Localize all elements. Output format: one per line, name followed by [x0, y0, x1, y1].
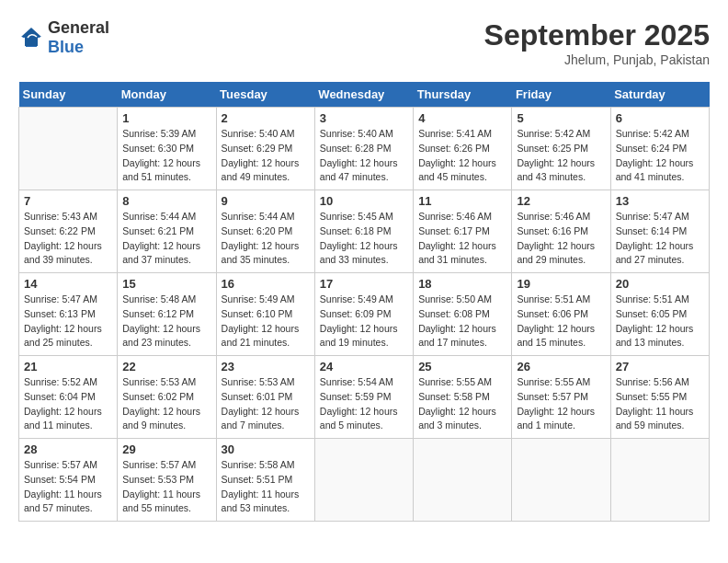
day-number: 29	[122, 442, 210, 456]
calendar-cell: 28Sunrise: 5:57 AMSunset: 5:54 PMDayligh…	[19, 439, 118, 522]
calendar-cell: 5Sunrise: 5:42 AMSunset: 6:25 PMDaylight…	[512, 108, 610, 190]
column-header-thursday: Thursday	[414, 82, 512, 108]
column-header-wednesday: Wednesday	[314, 82, 413, 108]
day-number: 2	[222, 111, 310, 125]
calendar-cell: 3Sunrise: 5:40 AMSunset: 6:28 PMDaylight…	[314, 108, 413, 190]
day-info: Sunrise: 5:54 AMSunset: 5:59 PMDaylight:…	[320, 375, 408, 433]
day-number: 20	[616, 277, 704, 291]
day-number: 13	[616, 194, 704, 208]
calendar-cell: 24Sunrise: 5:54 AMSunset: 5:59 PMDayligh…	[314, 356, 413, 439]
day-number: 9	[222, 194, 310, 208]
calendar-cell	[314, 439, 413, 522]
week-row-3: 14Sunrise: 5:47 AMSunset: 6:13 PMDayligh…	[19, 273, 710, 356]
day-number: 14	[24, 277, 112, 291]
day-info: Sunrise: 5:43 AMSunset: 6:22 PMDaylight:…	[24, 210, 112, 268]
day-info: Sunrise: 5:56 AMSunset: 5:55 PMDaylight:…	[616, 375, 704, 433]
calendar-cell	[414, 439, 512, 522]
calendar-cell: 21Sunrise: 5:52 AMSunset: 6:04 PMDayligh…	[19, 356, 118, 439]
calendar-cell: 20Sunrise: 5:51 AMSunset: 6:05 PMDayligh…	[610, 273, 709, 356]
day-number: 19	[517, 277, 605, 291]
calendar-cell: 23Sunrise: 5:53 AMSunset: 6:01 PMDayligh…	[216, 356, 314, 439]
day-info: Sunrise: 5:55 AMSunset: 5:57 PMDaylight:…	[517, 375, 605, 433]
day-number: 7	[24, 194, 112, 208]
day-number: 1	[122, 111, 210, 125]
day-number: 4	[418, 111, 506, 125]
day-info: Sunrise: 5:40 AMSunset: 6:28 PMDaylight:…	[320, 127, 408, 185]
day-number: 26	[517, 360, 605, 373]
calendar-cell: 27Sunrise: 5:56 AMSunset: 5:55 PMDayligh…	[610, 356, 709, 439]
calendar-cell: 25Sunrise: 5:55 AMSunset: 5:58 PMDayligh…	[414, 356, 512, 439]
day-number: 15	[122, 277, 210, 291]
day-number: 18	[418, 277, 506, 291]
week-row-5: 28Sunrise: 5:57 AMSunset: 5:54 PMDayligh…	[19, 439, 710, 522]
day-info: Sunrise: 5:39 AMSunset: 6:30 PMDaylight:…	[122, 127, 210, 185]
calendar-cell: 19Sunrise: 5:51 AMSunset: 6:06 PMDayligh…	[512, 273, 610, 356]
day-info: Sunrise: 5:47 AMSunset: 6:13 PMDaylight:…	[24, 293, 112, 350]
day-number: 24	[320, 360, 408, 373]
logo-icon	[18, 25, 44, 51]
calendar-cell: 1Sunrise: 5:39 AMSunset: 6:30 PMDaylight…	[118, 108, 216, 190]
logo-text-general: General	[48, 18, 109, 37]
day-number: 8	[122, 194, 210, 208]
day-info: Sunrise: 5:58 AMSunset: 5:51 PMDaylight:…	[222, 458, 310, 516]
day-info: Sunrise: 5:53 AMSunset: 6:02 PMDaylight:…	[122, 375, 210, 433]
day-number: 17	[320, 277, 408, 291]
column-header-monday: Monday	[118, 82, 216, 108]
page-location: Jhelum, Punjab, Pakistan	[484, 52, 710, 67]
day-number: 3	[320, 111, 408, 125]
column-header-saturday: Saturday	[610, 82, 709, 108]
day-info: Sunrise: 5:46 AMSunset: 6:16 PMDaylight:…	[517, 210, 605, 268]
logo: General Blue	[18, 18, 109, 57]
calendar-cell: 10Sunrise: 5:45 AMSunset: 6:18 PMDayligh…	[314, 190, 413, 273]
day-number: 5	[517, 111, 605, 125]
week-row-4: 21Sunrise: 5:52 AMSunset: 6:04 PMDayligh…	[19, 356, 710, 439]
day-info: Sunrise: 5:44 AMSunset: 6:20 PMDaylight:…	[222, 210, 310, 268]
calendar-cell: 18Sunrise: 5:50 AMSunset: 6:08 PMDayligh…	[414, 273, 512, 356]
day-info: Sunrise: 5:45 AMSunset: 6:18 PMDaylight:…	[320, 210, 408, 268]
day-number: 21	[24, 360, 112, 373]
calendar-table: SundayMondayTuesdayWednesdayThursdayFrid…	[18, 82, 710, 522]
day-info: Sunrise: 5:44 AMSunset: 6:21 PMDaylight:…	[122, 210, 210, 268]
calendar-cell: 15Sunrise: 5:48 AMSunset: 6:12 PMDayligh…	[118, 273, 216, 356]
week-row-1: 1Sunrise: 5:39 AMSunset: 6:30 PMDaylight…	[19, 108, 710, 190]
day-info: Sunrise: 5:47 AMSunset: 6:14 PMDaylight:…	[616, 210, 704, 268]
day-info: Sunrise: 5:41 AMSunset: 6:26 PMDaylight:…	[418, 127, 506, 185]
calendar-header-row: SundayMondayTuesdayWednesdayThursdayFrid…	[19, 82, 710, 108]
day-info: Sunrise: 5:48 AMSunset: 6:12 PMDaylight:…	[122, 293, 210, 350]
calendar-cell	[610, 439, 709, 522]
calendar-cell: 7Sunrise: 5:43 AMSunset: 6:22 PMDaylight…	[19, 190, 118, 273]
day-info: Sunrise: 5:46 AMSunset: 6:17 PMDaylight:…	[418, 210, 506, 268]
logo-wordmark: General Blue	[48, 18, 109, 57]
title-block: September 2025 Jhelum, Punjab, Pakistan	[484, 18, 710, 67]
day-info: Sunrise: 5:57 AMSunset: 5:54 PMDaylight:…	[24, 458, 112, 516]
day-number: 23	[222, 360, 310, 373]
calendar-cell: 13Sunrise: 5:47 AMSunset: 6:14 PMDayligh…	[610, 190, 709, 273]
day-info: Sunrise: 5:42 AMSunset: 6:24 PMDaylight:…	[616, 127, 704, 185]
day-number: 16	[222, 277, 310, 291]
day-number: 30	[222, 442, 310, 456]
day-info: Sunrise: 5:57 AMSunset: 5:53 PMDaylight:…	[122, 458, 210, 516]
page-header: General Blue September 2025 Jhelum, Punj…	[18, 18, 710, 67]
day-number: 10	[320, 194, 408, 208]
day-number: 6	[616, 111, 704, 125]
column-header-tuesday: Tuesday	[216, 82, 314, 108]
calendar-cell: 8Sunrise: 5:44 AMSunset: 6:21 PMDaylight…	[118, 190, 216, 273]
day-number: 11	[418, 194, 506, 208]
logo-text-blue: Blue	[48, 38, 84, 56]
day-info: Sunrise: 5:49 AMSunset: 6:09 PMDaylight:…	[320, 293, 408, 350]
calendar-cell: 26Sunrise: 5:55 AMSunset: 5:57 PMDayligh…	[512, 356, 610, 439]
calendar-cell: 16Sunrise: 5:49 AMSunset: 6:10 PMDayligh…	[216, 273, 314, 356]
calendar-cell: 17Sunrise: 5:49 AMSunset: 6:09 PMDayligh…	[314, 273, 413, 356]
day-info: Sunrise: 5:53 AMSunset: 6:01 PMDaylight:…	[222, 375, 310, 433]
calendar-cell	[512, 439, 610, 522]
calendar-cell: 30Sunrise: 5:58 AMSunset: 5:51 PMDayligh…	[216, 439, 314, 522]
calendar-cell: 14Sunrise: 5:47 AMSunset: 6:13 PMDayligh…	[19, 273, 118, 356]
calendar-cell: 12Sunrise: 5:46 AMSunset: 6:16 PMDayligh…	[512, 190, 610, 273]
column-header-friday: Friday	[512, 82, 610, 108]
calendar-cell: 4Sunrise: 5:41 AMSunset: 6:26 PMDaylight…	[414, 108, 512, 190]
calendar-cell: 9Sunrise: 5:44 AMSunset: 6:20 PMDaylight…	[216, 190, 314, 273]
day-number: 28	[24, 442, 112, 456]
week-row-2: 7Sunrise: 5:43 AMSunset: 6:22 PMDaylight…	[19, 190, 710, 273]
day-info: Sunrise: 5:50 AMSunset: 6:08 PMDaylight:…	[418, 293, 506, 350]
day-info: Sunrise: 5:51 AMSunset: 6:05 PMDaylight:…	[616, 293, 704, 350]
